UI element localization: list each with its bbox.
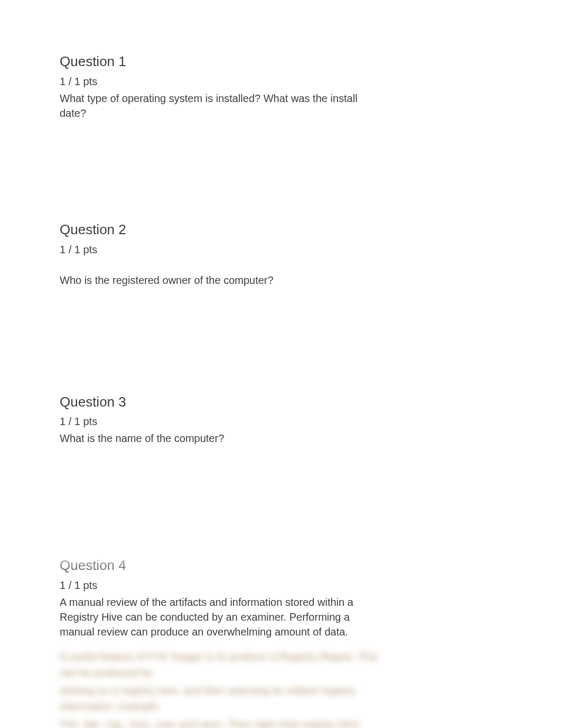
- question-3-points: 1 / 1 pts: [60, 414, 382, 429]
- question-3-title: Question 3: [60, 393, 382, 411]
- question-1-text: What type of operating system is install…: [60, 91, 382, 121]
- blurred-content: A useful feature of FTK Imager is to pro…: [60, 649, 382, 728]
- question-3: Question 3 1 / 1 pts What is the name of…: [60, 393, 382, 446]
- question-2-title: Question 2: [60, 221, 382, 239]
- question-4: Question 4 1 / 1 pts A manual review of …: [60, 557, 382, 728]
- blurred-line-2: clicking on a registry hive, and then se…: [60, 683, 382, 714]
- question-1-points: 1 / 1 pts: [60, 74, 382, 89]
- question-2-text: Who is the registered owner of the compu…: [60, 273, 382, 288]
- question-1-title: Question 1: [60, 53, 382, 71]
- question-1: Question 1 1 / 1 pts What type of operat…: [60, 53, 382, 121]
- blurred-line-3: The .dat, .log, .hive, user and save. Th…: [60, 716, 382, 728]
- question-4-text: A manual review of the artifacts and inf…: [60, 595, 382, 639]
- question-4-points: 1 / 1 pts: [60, 578, 382, 593]
- question-2-points: 1 / 1 pts: [60, 242, 382, 257]
- blurred-line-1: A useful feature of FTK Imager is to pro…: [60, 649, 382, 680]
- question-2: Question 2 1 / 1 pts Who is the register…: [60, 221, 382, 288]
- question-3-text: What is the name of the computer?: [60, 431, 382, 446]
- question-4-title: Question 4: [60, 557, 382, 575]
